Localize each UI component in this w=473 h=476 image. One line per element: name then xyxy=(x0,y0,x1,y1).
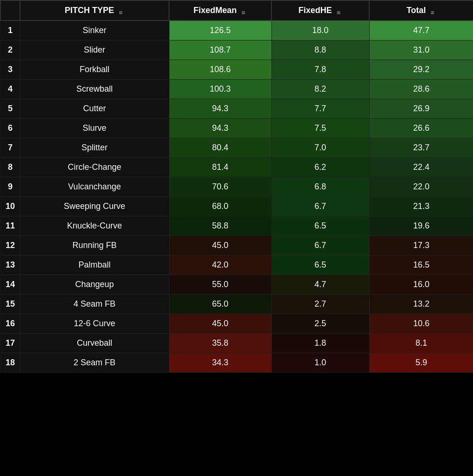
fixedmean-cell: 94.3 xyxy=(169,119,271,138)
table-row: 17 Curveball 35.8 1.8 8.1 xyxy=(0,334,473,353)
table-row: 11 Knuckle-Curve 58.8 6.5 19.6 xyxy=(0,216,473,236)
total-cell: 8.1 xyxy=(369,334,473,353)
total-cell: 22.4 xyxy=(369,158,473,177)
total-cell: 47.7 xyxy=(369,20,473,40)
fixedhe-cell: 18.0 xyxy=(271,20,369,40)
pitch-name-cell: Palmball xyxy=(20,255,169,275)
rank-cell: 6 xyxy=(0,119,20,138)
fixedhe-cell: 7.5 xyxy=(271,119,369,138)
table-row: 7 Splitter 80.4 7.0 23.7 xyxy=(0,138,473,158)
pitch-name-cell: Vulcanchange xyxy=(20,177,169,197)
fixedhe-filter-icon[interactable] xyxy=(335,7,342,14)
fixedhe-cell: 7.8 xyxy=(271,60,369,80)
rank-cell: 13 xyxy=(0,255,20,275)
total-cell: 26.6 xyxy=(369,119,473,138)
fixedhe-cell: 2.5 xyxy=(271,314,369,334)
header-total[interactable]: Total xyxy=(369,0,473,20)
pitch-name-cell: 12-6 Curve xyxy=(20,314,169,334)
fixedmean-cell: 126.5 xyxy=(169,20,271,40)
total-cell: 29.2 xyxy=(369,60,473,80)
fixedhe-cell: 8.2 xyxy=(271,80,369,99)
table-row: 8 Circle-Change 81.4 6.2 22.4 xyxy=(0,158,473,177)
total-cell: 16.5 xyxy=(369,255,473,275)
rank-cell: 5 xyxy=(0,99,20,119)
total-cell: 5.9 xyxy=(369,353,473,373)
pitch-name-cell: Screwball xyxy=(20,80,169,99)
total-cell: 16.0 xyxy=(369,275,473,295)
total-cell: 31.0 xyxy=(369,40,473,60)
fixedmean-label: FixedMean xyxy=(193,6,236,15)
pitch-name-cell: Slurve xyxy=(20,119,169,138)
pitch-name-cell: Running FB xyxy=(20,236,169,255)
total-cell: 28.6 xyxy=(369,80,473,99)
main-container: PITCH TYPE FixedMean FixedHE xyxy=(0,0,473,476)
fixedhe-cell: 1.0 xyxy=(271,353,369,373)
rank-cell: 10 xyxy=(0,197,20,216)
rank-cell: 17 xyxy=(0,334,20,353)
table-row: 2 Slider 108.7 8.8 31.0 xyxy=(0,40,473,60)
table-row: 3 Forkball 108.6 7.8 29.2 xyxy=(0,60,473,80)
pitch-name-cell: Sweeping Curve xyxy=(20,197,169,216)
pitch-name-cell: 4 Seam FB xyxy=(20,295,169,314)
fixedmean-cell: 55.0 xyxy=(169,275,271,295)
table-row: 4 Screwball 100.3 8.2 28.6 xyxy=(0,80,473,99)
rank-cell: 14 xyxy=(0,275,20,295)
fixedhe-cell: 8.8 xyxy=(271,40,369,60)
table-row: 13 Palmball 42.0 6.5 16.5 xyxy=(0,255,473,275)
table-row: 14 Changeup 55.0 4.7 16.0 xyxy=(0,275,473,295)
fixedhe-cell: 6.2 xyxy=(271,158,369,177)
pitch-name-cell: Sinker xyxy=(20,20,169,40)
table-row: 1 Sinker 126.5 18.0 47.7 xyxy=(0,20,473,40)
fixedhe-cell: 1.8 xyxy=(271,334,369,353)
header-fixedmean[interactable]: FixedMean xyxy=(169,0,271,20)
total-cell: 19.6 xyxy=(369,216,473,236)
fixedmean-cell: 42.0 xyxy=(169,255,271,275)
rank-cell: 4 xyxy=(0,80,20,99)
pitch-type-label: PITCH TYPE xyxy=(65,6,114,15)
table-row: 12 Running FB 45.0 6.7 17.3 xyxy=(0,236,473,255)
rank-cell: 15 xyxy=(0,295,20,314)
table-row: 10 Sweeping Curve 68.0 6.7 21.3 xyxy=(0,197,473,216)
fixedmean-cell: 81.4 xyxy=(169,158,271,177)
total-cell: 26.9 xyxy=(369,99,473,119)
table-row: 5 Cutter 94.3 7.7 26.9 xyxy=(0,99,473,119)
fixedmean-cell: 35.8 xyxy=(169,334,271,353)
pitch-filter-icon[interactable] xyxy=(117,7,124,14)
fixedhe-cell: 7.0 xyxy=(271,138,369,158)
rank-cell: 18 xyxy=(0,353,20,373)
fixedhe-cell: 6.5 xyxy=(271,255,369,275)
pitch-name-cell: Forkball xyxy=(20,60,169,80)
fixedmean-cell: 80.4 xyxy=(169,138,271,158)
pitch-name-cell: Circle-Change xyxy=(20,158,169,177)
fixedmean-cell: 68.0 xyxy=(169,197,271,216)
header-fixedhe[interactable]: FixedHE xyxy=(271,0,369,20)
pitch-name-cell: Changeup xyxy=(20,275,169,295)
fixedmean-cell: 108.6 xyxy=(169,60,271,80)
pitch-table: PITCH TYPE FixedMean FixedHE xyxy=(0,0,473,373)
header-rank xyxy=(0,0,20,20)
fixedhe-cell: 7.7 xyxy=(271,99,369,119)
total-filter-icon[interactable] xyxy=(429,7,436,14)
rank-cell: 2 xyxy=(0,40,20,60)
table-row: 15 4 Seam FB 65.0 2.7 13.2 xyxy=(0,295,473,314)
fixedmean-cell: 45.0 xyxy=(169,236,271,255)
pitch-name-cell: Knuckle-Curve xyxy=(20,216,169,236)
rank-cell: 16 xyxy=(0,314,20,334)
fixedmean-cell: 58.8 xyxy=(169,216,271,236)
fixedmean-cell: 70.6 xyxy=(169,177,271,197)
fixedhe-cell: 4.7 xyxy=(271,275,369,295)
rank-cell: 9 xyxy=(0,177,20,197)
fixedhe-cell: 6.7 xyxy=(271,197,369,216)
pitch-name-cell: Curveball xyxy=(20,334,169,353)
fixedmean-filter-icon[interactable] xyxy=(240,7,247,14)
total-cell: 13.2 xyxy=(369,295,473,314)
rank-cell: 3 xyxy=(0,60,20,80)
fixedmean-cell: 34.3 xyxy=(169,353,271,373)
total-cell: 22.0 xyxy=(369,177,473,197)
header-pitch[interactable]: PITCH TYPE xyxy=(20,0,169,20)
pitch-name-cell: Splitter xyxy=(20,138,169,158)
rank-cell: 1 xyxy=(0,20,20,40)
pitch-name-cell: Slider xyxy=(20,40,169,60)
pitch-name-cell: 2 Seam FB xyxy=(20,353,169,373)
fixedhe-cell: 6.7 xyxy=(271,236,369,255)
